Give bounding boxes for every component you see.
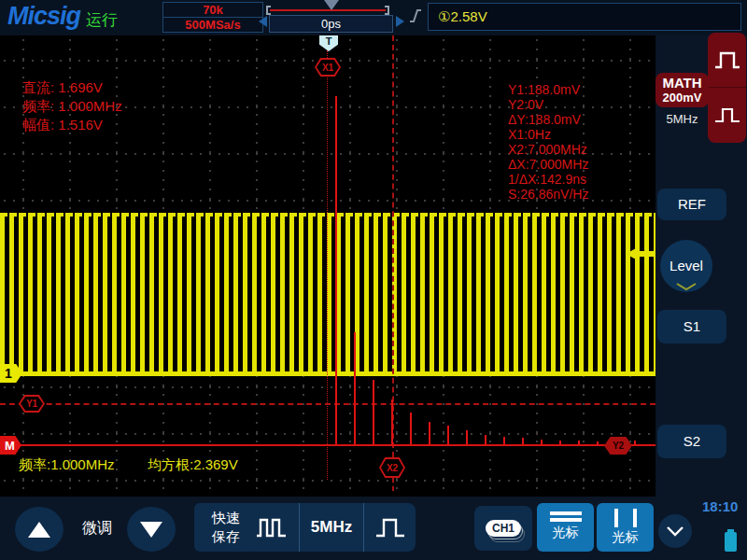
cursor-readout-panel: Y1:188.0mV Y2:0V ΔY:188.0mV X1:0Hz X2:7.…	[508, 82, 588, 202]
fft-peak-9mhz	[410, 413, 412, 446]
math-fft-baseline	[0, 444, 655, 446]
s1-button[interactable]: S1	[657, 310, 726, 343]
top-bar: Micsig 运行 70k 500MSa/s 0ps ①2.58V	[0, 0, 747, 35]
single-pulse-button[interactable]	[363, 503, 416, 552]
readout-x1: X1:0Hz	[508, 127, 588, 142]
waveform-display: 直流: 1.696V 频率: 1.000MHz 幅值: 1.516V Y1:18…	[0, 35, 655, 497]
math-horizontal-scale: 5MHz	[655, 112, 709, 126]
trigger-slope-icon	[408, 7, 423, 25]
wave-frequency-label[interactable]: 5MHz	[299, 503, 363, 552]
pulse-narrow-button[interactable]	[708, 87, 746, 141]
readout-y2: Y2:0V	[508, 97, 588, 112]
horizontal-position-readout[interactable]: 0ps	[269, 15, 393, 33]
fft-peak-1mhz	[335, 96, 337, 446]
vertical-cursor-icon	[597, 509, 654, 527]
chevron-down-icon	[675, 283, 698, 291]
sample-rate: 500MSa/s	[163, 17, 262, 31]
math-channel-marker[interactable]: M	[0, 436, 21, 455]
pulse-narrow-icon	[713, 103, 741, 127]
fft-peak-5mhz	[373, 380, 374, 446]
measurement-dc: 直流: 1.696V	[22, 78, 122, 97]
fine-tune-down-button[interactable]	[127, 507, 176, 552]
cursor-x1-handle[interactable]: X1	[315, 58, 341, 77]
cursor-x1-line[interactable]	[327, 50, 328, 480]
ch1-square-wave-trace	[0, 213, 655, 376]
cursor-x2-line-tail	[392, 478, 394, 491]
horizontal-cursor-icon	[537, 511, 594, 522]
math-measurement-freq: 频率:1.000MHz	[19, 456, 115, 474]
pan-right-icon[interactable]	[396, 16, 404, 27]
trigger-level-readout: ①2.58V	[438, 4, 487, 30]
readout-spectral-density: S:26.86nV/Hz	[508, 187, 588, 202]
pan-left-icon[interactable]	[259, 16, 267, 27]
trigger-level-arrow-icon[interactable]	[626, 245, 655, 263]
cursor-y1-line[interactable]	[0, 403, 655, 405]
math-channel-badge[interactable]: MATH 200mV	[655, 73, 709, 107]
pulse-wide-icon	[713, 48, 741, 72]
trigger-readout-box[interactable]: ①2.58V	[428, 3, 741, 31]
vertical-cursor-button[interactable]: 光标	[597, 503, 654, 552]
collapse-menu-button[interactable]	[658, 514, 692, 548]
horizontal-cursor-button[interactable]: 光标	[537, 503, 594, 552]
wave-type-selector: 5MHz	[245, 503, 416, 552]
cursor-y1-handle[interactable]: Y1	[19, 395, 45, 413]
memory-depth: 70k	[163, 3, 262, 17]
math-measurement-rms: 均方根:2.369V	[148, 456, 238, 474]
ch1-measurements: 直流: 1.696V 频率: 1.000MHz 幅值: 1.516V	[22, 78, 122, 134]
cursor-x2-handle[interactable]: X2	[379, 457, 405, 478]
fft-peak-3mhz	[354, 332, 356, 446]
readout-x2: X2:7.000MHz	[508, 142, 588, 157]
measurement-freq: 频率: 1.000MHz	[22, 97, 122, 116]
single-pulse-icon	[374, 514, 406, 540]
s2-button[interactable]: S2	[657, 425, 726, 458]
readout-y1: Y1:188.0mV	[508, 82, 588, 97]
bottom-bar: 微调 快速 保存 5MHz CH1 光标 光标 18:10	[0, 497, 747, 560]
channel-select-button[interactable]: CH1	[474, 506, 532, 551]
right-sidebar: MATH 200mV 5MHz REF Level S1 S2	[655, 35, 747, 497]
double-pulse-button[interactable]	[245, 503, 299, 552]
level-button[interactable]: Level	[659, 238, 713, 294]
triangle-down-icon	[140, 522, 162, 538]
micsig-logo: Micsig	[7, 2, 80, 31]
fft-peak-7mhz	[391, 399, 393, 446]
readout-1-over-dx: 1/ΔX:142.9ns	[508, 172, 588, 187]
double-pulse-icon	[255, 514, 289, 540]
sample-info-box[interactable]: 70k 500MSa/s	[162, 2, 263, 33]
readout-dx: ΔX:7.000MHz	[508, 157, 588, 172]
trigger-position-slider[interactable]	[324, 0, 339, 10]
measurement-amplitude: 幅值: 1.516V	[22, 116, 122, 134]
fine-tune-label: 微调	[82, 519, 112, 539]
fft-peak-11mhz	[429, 422, 430, 446]
chevron-down-icon	[666, 525, 684, 537]
battery-icon	[725, 532, 737, 552]
cursor-y2-handle[interactable]: Y2	[604, 437, 632, 455]
trigger-position-marker[interactable]: T	[319, 35, 338, 51]
readout-dy: ΔY:188.0mV	[508, 112, 588, 127]
pulse-wide-button[interactable]	[708, 33, 746, 87]
wave-preset-buttons	[708, 33, 746, 143]
fine-tune-up-button[interactable]	[15, 507, 63, 552]
timeline-bracket-right-icon	[385, 6, 389, 15]
ref-button[interactable]: REF	[657, 189, 726, 220]
triangle-up-icon	[28, 522, 50, 538]
fft-peak-13mhz	[447, 426, 449, 446]
cursor-x2-line[interactable]	[392, 35, 394, 457]
clock: 18:10	[702, 498, 738, 514]
ch1-stack-icon: CH1	[486, 520, 521, 537]
acquisition-status: 运行	[86, 9, 118, 31]
